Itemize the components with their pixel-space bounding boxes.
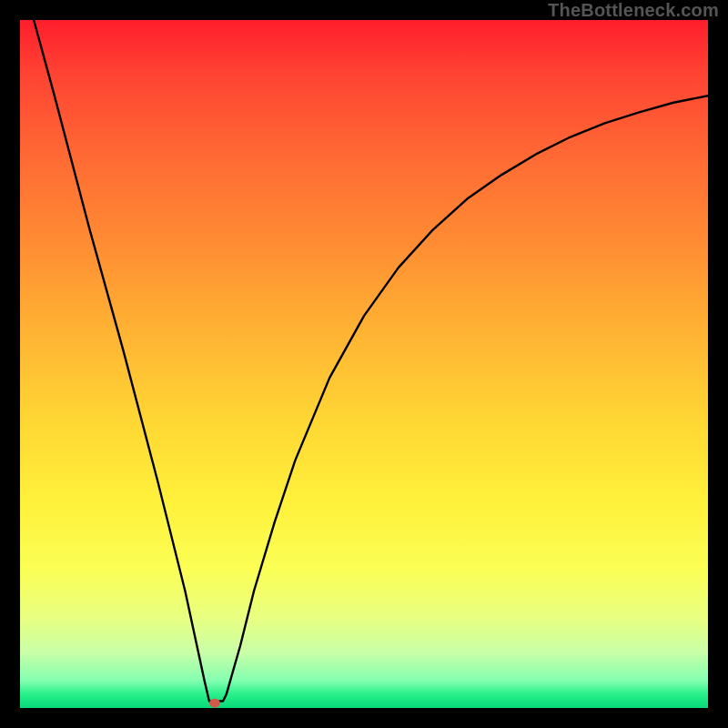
- bottleneck-curve: [34, 20, 708, 701]
- watermark-text: TheBottleneck.com: [548, 0, 719, 21]
- plot-area: [20, 20, 708, 708]
- optimum-point: [209, 699, 220, 708]
- chart-frame: TheBottleneck.com: [0, 0, 728, 728]
- chart-svg: [20, 20, 708, 708]
